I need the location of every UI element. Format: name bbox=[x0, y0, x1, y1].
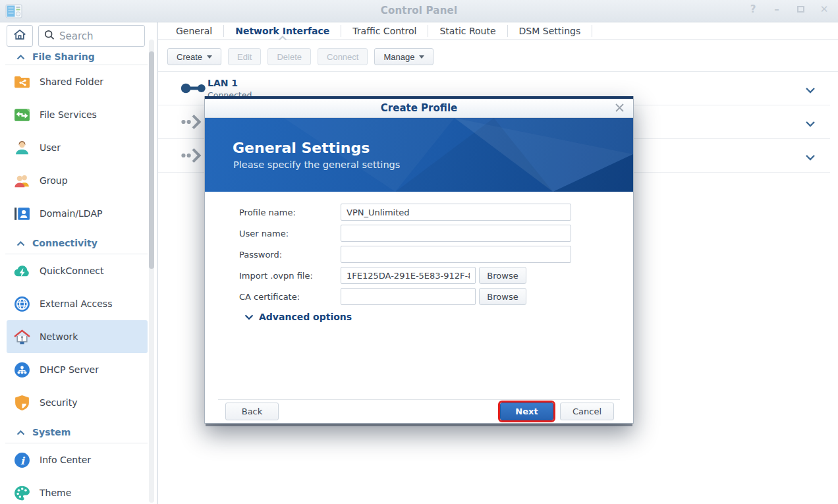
chevron-down-icon[interactable] bbox=[805, 117, 816, 130]
caret-down-icon bbox=[419, 55, 424, 59]
import-ovpn-field[interactable] bbox=[341, 267, 476, 284]
edit-button[interactable]: Edit bbox=[228, 48, 261, 65]
group-icon bbox=[13, 172, 31, 190]
network-icon bbox=[13, 328, 31, 346]
close-icon[interactable]: ✕ bbox=[818, 3, 830, 15]
search-icon bbox=[44, 30, 55, 43]
window-titlebar: Control Panel ? – ✕ bbox=[0, 0, 838, 22]
next-button[interactable]: Next bbox=[500, 403, 553, 420]
tab-dsm-settings[interactable]: DSM Settings bbox=[508, 22, 592, 40]
connect-button[interactable]: Connect bbox=[318, 48, 368, 65]
sidebar-item-theme[interactable]: Theme bbox=[7, 476, 148, 504]
dhcp-server-icon bbox=[13, 361, 31, 379]
caret-down-icon bbox=[207, 55, 212, 59]
sidebar: File Sharing Shared Folder File Services… bbox=[0, 22, 157, 504]
tab-static-route[interactable]: Static Route bbox=[428, 22, 507, 40]
tab-bar: General Network Interface Traffic Contro… bbox=[158, 22, 838, 40]
pppoe-icon bbox=[180, 147, 206, 167]
dialog-step-heading: General Settings bbox=[233, 140, 370, 156]
maximize-icon[interactable] bbox=[795, 3, 806, 15]
sidebar-item-info-center[interactable]: i Info Center bbox=[7, 443, 148, 476]
dialog-banner: General Settings Please specify the gene… bbox=[205, 118, 633, 192]
sidebar-item-file-services[interactable]: File Services bbox=[7, 98, 148, 131]
help-icon[interactable]: ? bbox=[747, 3, 759, 15]
password-field[interactable] bbox=[341, 246, 571, 263]
sidebar-scrollbar[interactable] bbox=[149, 40, 154, 503]
user-icon bbox=[13, 139, 31, 157]
search-input[interactable] bbox=[59, 30, 139, 42]
sidebar-item-user[interactable]: User bbox=[7, 131, 148, 164]
home-button[interactable] bbox=[7, 25, 33, 47]
chevron-down-icon bbox=[244, 312, 254, 322]
shared-folder-icon bbox=[13, 73, 31, 91]
dialog-titlebar[interactable]: Create Profile bbox=[205, 99, 633, 118]
create-profile-dialog: Create Profile General Settings Please s… bbox=[204, 96, 634, 424]
dialog-footer: Back Next Cancel bbox=[205, 399, 633, 423]
chevron-up-icon bbox=[16, 238, 25, 248]
tab-network-interface[interactable]: Network Interface bbox=[224, 22, 341, 40]
sidebar-item-group[interactable]: Group bbox=[7, 164, 148, 197]
sidebar-item-external-access[interactable]: External Access bbox=[7, 287, 148, 320]
back-button[interactable]: Back bbox=[225, 403, 279, 420]
close-icon[interactable] bbox=[615, 103, 625, 115]
browse-ca-button[interactable]: Browse bbox=[479, 288, 526, 305]
section-header-connectivity[interactable]: Connectivity bbox=[5, 230, 148, 254]
sidebar-item-network[interactable]: Network bbox=[7, 320, 148, 353]
cancel-button[interactable]: Cancel bbox=[560, 403, 614, 420]
dialog-body: Profile name: User name: Password: Impor… bbox=[205, 192, 633, 322]
browse-ovpn-button[interactable]: Browse bbox=[479, 267, 526, 284]
domain-ldap-icon bbox=[13, 205, 31, 223]
sidebar-item-shared-folder[interactable]: Shared Folder bbox=[7, 65, 148, 98]
chevron-up-icon bbox=[16, 51, 25, 62]
profile-name-label: Profile name: bbox=[239, 208, 341, 217]
window-title: Control Panel bbox=[0, 5, 838, 16]
create-button[interactable]: Create bbox=[167, 48, 221, 65]
home-icon bbox=[13, 28, 26, 43]
search-box[interactable] bbox=[38, 25, 145, 47]
password-label: Password: bbox=[239, 250, 341, 260]
chevron-down-icon[interactable] bbox=[805, 151, 816, 163]
delete-button[interactable]: Delete bbox=[267, 48, 311, 65]
section-header-system[interactable]: System bbox=[5, 419, 148, 443]
manage-button[interactable]: Manage bbox=[374, 48, 433, 65]
ca-certificate-field[interactable] bbox=[341, 288, 476, 305]
pppoe-icon bbox=[180, 113, 206, 133]
section-header-file-sharing[interactable]: File Sharing bbox=[5, 50, 148, 65]
ca-certificate-label: CA certificate: bbox=[239, 292, 341, 302]
sidebar-scrollbar-thumb[interactable] bbox=[149, 51, 154, 269]
dialog-step-subheading: Please specify the general settings bbox=[233, 159, 400, 170]
info-center-icon: i bbox=[13, 451, 31, 469]
theme-icon bbox=[13, 484, 31, 502]
chevron-down-icon[interactable] bbox=[805, 84, 816, 96]
chevron-up-icon bbox=[16, 427, 25, 437]
external-access-icon bbox=[13, 295, 31, 313]
user-name-label: User name: bbox=[239, 229, 341, 238]
security-icon bbox=[13, 394, 31, 412]
advanced-options-toggle[interactable]: Advanced options bbox=[244, 312, 633, 322]
tab-traffic-control[interactable]: Traffic Control bbox=[341, 22, 428, 40]
minimize-icon[interactable]: – bbox=[771, 3, 783, 15]
quickconnect-icon bbox=[13, 262, 31, 280]
sidebar-item-security[interactable]: Security bbox=[7, 386, 148, 419]
profile-name-field[interactable] bbox=[341, 204, 571, 221]
tab-general[interactable]: General bbox=[165, 22, 223, 40]
toolbar: Create Edit Delete Connect Manage bbox=[158, 40, 838, 72]
dialog-title: Create Profile bbox=[205, 99, 633, 117]
sidebar-item-dhcp-server[interactable]: DHCP Server bbox=[7, 353, 148, 386]
user-name-field[interactable] bbox=[341, 225, 571, 242]
lan-icon bbox=[180, 80, 206, 99]
file-services-icon bbox=[13, 106, 31, 124]
import-ovpn-label: Import .ovpn file: bbox=[239, 271, 341, 281]
sidebar-item-domain-ldap[interactable]: Domain/LDAP bbox=[7, 197, 148, 230]
sidebar-item-quickconnect[interactable]: QuickConnect bbox=[7, 254, 148, 287]
